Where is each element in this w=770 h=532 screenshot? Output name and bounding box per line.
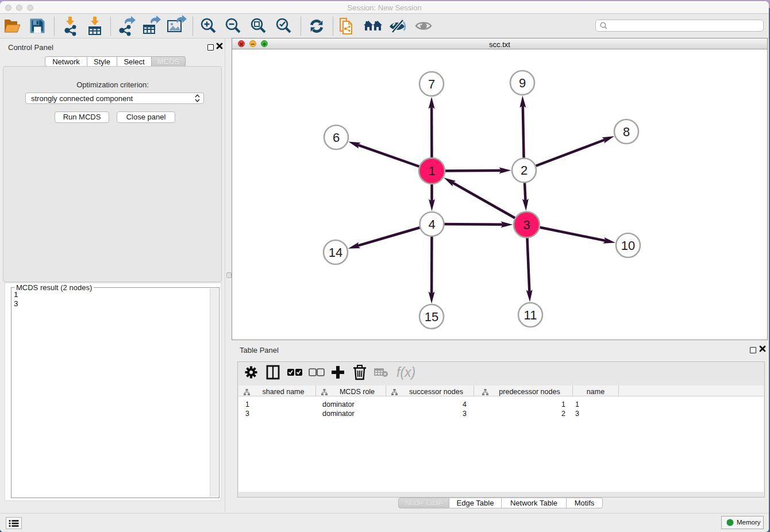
svg-text:8: 8 (623, 125, 630, 139)
svg-text:1: 1 (428, 164, 435, 178)
svg-text:15: 15 (425, 310, 438, 324)
svg-text:2: 2 (521, 163, 528, 178)
svg-text:10: 10 (621, 238, 635, 253)
svg-text:11: 11 (524, 308, 537, 322)
svg-text:f(x): f(x) (396, 365, 415, 380)
svg-text:4: 4 (428, 217, 435, 232)
svg-text:3: 3 (523, 218, 530, 232)
svg-text:6: 6 (333, 130, 340, 145)
svg-text:14: 14 (329, 245, 342, 260)
svg-text:9: 9 (519, 76, 526, 90)
svg-text:7: 7 (428, 77, 435, 91)
